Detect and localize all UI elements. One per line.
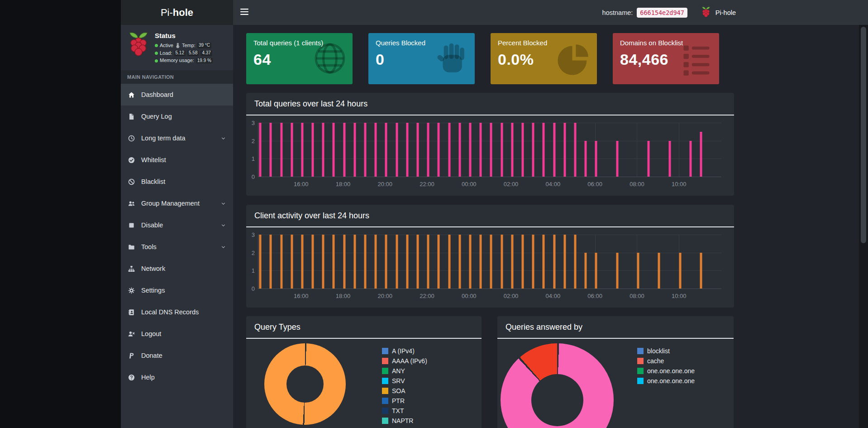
legend-item[interactable]: cache xyxy=(637,356,695,366)
bar xyxy=(259,235,262,289)
bar xyxy=(396,235,398,289)
legend-item[interactable]: one.one.one.one xyxy=(637,376,695,386)
query-types-donut-chart[interactable] xyxy=(264,343,346,425)
legend-item[interactable]: one.one.one.one xyxy=(637,366,695,376)
page-scrollbar[interactable] xyxy=(859,25,868,428)
bar xyxy=(385,123,387,177)
sidebar-item-dashboard[interactable]: Dashboard xyxy=(121,84,233,106)
load-value-3: 4.37 xyxy=(200,50,212,56)
bar xyxy=(333,123,335,177)
bar xyxy=(668,141,671,177)
total-queries-panel: Total queries over last 24 hours 012316:… xyxy=(246,93,734,196)
sidebar-toggle-button[interactable] xyxy=(234,0,255,25)
bar xyxy=(312,123,314,177)
bar xyxy=(406,123,408,177)
bar xyxy=(343,123,345,177)
sidebar-item-label: Network xyxy=(141,265,165,272)
scrollbar-thumb[interactable] xyxy=(861,27,866,243)
bar xyxy=(543,123,545,177)
bar xyxy=(448,235,450,289)
sitemap-icon xyxy=(128,265,136,272)
plot-area: 012316:0018:0020:0022:0000:0002:0004:000… xyxy=(258,235,721,289)
bar xyxy=(396,123,398,177)
bar xyxy=(501,123,503,177)
queries-answered-donut-chart[interactable] xyxy=(501,343,614,428)
bar xyxy=(322,123,324,177)
card-title: Percent Blocked xyxy=(498,39,590,47)
sidebar-item-logout[interactable]: Logout xyxy=(121,323,233,345)
sidebar-item-whitelist[interactable]: Whitelist xyxy=(121,149,233,171)
legend-item[interactable]: AAAA (IPv6) xyxy=(382,356,427,366)
legend-item[interactable]: A (IPv4) xyxy=(382,346,427,356)
legend-label: NAPTR xyxy=(392,417,413,424)
bar xyxy=(480,123,482,177)
legend-label: SRV xyxy=(392,377,405,385)
panel-header: Query Types xyxy=(246,316,482,339)
app-logo[interactable]: Pi-hole xyxy=(121,0,233,25)
bar xyxy=(469,235,471,289)
hamburger-icon xyxy=(240,9,248,17)
check-circle-icon xyxy=(128,157,136,164)
summary-cards: Total queries (1 clients) 64 Queries Blo… xyxy=(246,33,719,84)
legend-item[interactable]: NAPTR xyxy=(382,416,427,426)
sidebar-item-settings[interactable]: Settings xyxy=(121,279,233,301)
load-value-1: 5.12 xyxy=(174,50,186,56)
sidebar-item-label: Logout xyxy=(141,330,161,337)
bar xyxy=(385,235,387,289)
sidebar-item-long-term-data[interactable]: Long term data xyxy=(121,127,233,149)
bar xyxy=(637,253,639,289)
sidebar-item-group-management[interactable]: Group Management xyxy=(121,192,233,214)
sidebar-item-network[interactable]: Network xyxy=(121,258,233,279)
bar xyxy=(585,253,587,289)
x-axis-tick: 06:00 xyxy=(587,181,602,188)
sidebar-item-label: Long term data xyxy=(141,135,186,142)
y-axis-tick: 1 xyxy=(252,155,255,162)
legend-item[interactable]: blocklist xyxy=(637,346,695,356)
x-axis-tick: 16:00 xyxy=(294,181,309,188)
legend-item[interactable]: PTR xyxy=(382,396,427,406)
pihole-admin-window: Pi-hole hostname: 666154e2d947 Pi-hole xyxy=(121,0,868,428)
bar xyxy=(301,235,303,289)
sidebar-item-label: Whitelist xyxy=(141,156,166,164)
load-label: Load: xyxy=(160,50,172,57)
sidebar-item-tools[interactable]: Tools xyxy=(121,236,233,258)
bar xyxy=(563,123,566,177)
navbar-brand-link[interactable]: Pi-hole xyxy=(715,9,736,16)
chevron-down-icon xyxy=(221,245,226,250)
bar xyxy=(270,235,272,289)
legend-item[interactable]: ANY xyxy=(382,366,427,376)
bar xyxy=(438,235,440,289)
legend-label: blocklist xyxy=(647,347,670,355)
sidebar-item-label: Disable xyxy=(141,221,163,229)
legend-swatch xyxy=(637,358,644,364)
sidebar: Status Active Temp: 39 °C Load: 5.12 5.5… xyxy=(121,25,233,428)
status-load-dot-icon xyxy=(155,52,158,55)
legend-label: PTR xyxy=(392,397,405,404)
pihole-logo-icon[interactable] xyxy=(701,6,711,19)
legend-item[interactable]: SRV xyxy=(382,376,427,386)
bar xyxy=(438,123,440,177)
gridline xyxy=(258,289,721,289)
address-book-icon xyxy=(128,309,136,316)
donut-hole xyxy=(286,365,324,403)
sidebar-item-label: Settings xyxy=(141,287,165,294)
bar xyxy=(427,235,429,289)
legend-swatch xyxy=(637,348,644,354)
queries-answered-legend: blocklistcacheone.one.one.oneone.one.one… xyxy=(637,346,695,386)
sidebar-item-help[interactable]: Help xyxy=(121,366,233,388)
legend-label: A (IPv4) xyxy=(392,347,415,355)
gears-icon xyxy=(128,287,136,294)
legend-swatch xyxy=(382,388,388,394)
legend-label: AAAA (IPv6) xyxy=(392,357,427,365)
sidebar-item-query-log[interactable]: Query Log xyxy=(121,106,233,127)
sidebar-item-disable[interactable]: Disable xyxy=(121,214,233,236)
legend-item[interactable]: TXT xyxy=(382,406,427,416)
sidebar-item-donate[interactable]: Donate xyxy=(121,345,233,366)
bar xyxy=(301,123,303,177)
legend-label: cache xyxy=(647,357,664,365)
sidebar-item-blacklist[interactable]: Blacklist xyxy=(121,171,233,192)
sidebar-item-label: Local DNS Records xyxy=(141,308,199,316)
legend-item[interactable]: SOA xyxy=(382,386,427,396)
bar xyxy=(553,235,555,289)
sidebar-item-local-dns-records[interactable]: Local DNS Records xyxy=(121,301,233,323)
